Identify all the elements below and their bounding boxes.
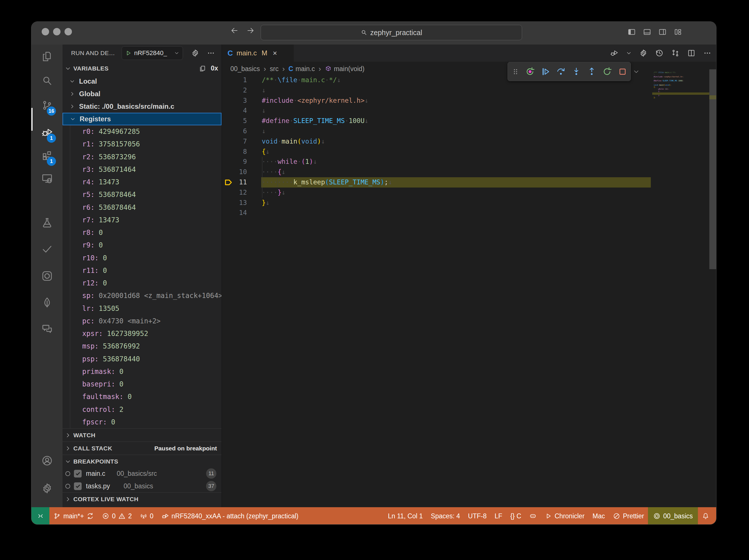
hex-format-toggle[interactable]: 0x [211,65,218,72]
activity-item-explorer[interactable] [31,43,63,70]
status-platform[interactable]: Mac [588,507,609,524]
sidebar-more-actions-button[interactable] [207,49,215,57]
debug-run-button[interactable] [610,49,619,57]
close-tab-button[interactable]: × [273,49,277,58]
scrollbar-thumb[interactable] [709,69,716,269]
register-row-faultmask[interactable]: faultmask: 0 [63,390,221,403]
register-row-msp[interactable]: msp: 536876992 [63,340,221,352]
status-debug-session[interactable]: nRF52840_xxAA - attach (zephyr_practical… [157,507,303,524]
layout-right-button[interactable] [658,28,667,36]
minimize-window-button[interactable] [53,28,61,36]
register-row-r11[interactable]: r11: 0 [63,264,221,277]
status-problems[interactable]: 02 [98,507,136,524]
gear-button[interactable] [639,49,648,57]
activity-item-nrf-connect[interactable] [31,263,63,289]
navigate-forward-button[interactable] [246,26,255,35]
compare-button[interactable] [671,49,680,57]
register-row-fpscr[interactable]: fpscr: 0 [63,416,221,428]
breakpoint-checkbox[interactable] [74,470,82,477]
history-button[interactable] [655,49,664,57]
code-line-10[interactable]: ····{↓ [262,167,285,177]
activity-item-accounts[interactable] [31,448,63,474]
line-number-8[interactable]: 8 [222,147,247,157]
register-row-r9[interactable]: r9: 0 [63,239,221,252]
register-row-xpsr[interactable]: xpsr: 1627389952 [63,327,221,340]
register-row-r6[interactable]: r6: 536878464 [63,201,221,214]
activity-item-search[interactable] [31,68,63,94]
cortex-live-watch-pane-header[interactable]: CORTEX LIVE WATCH [63,492,221,505]
status-git-branch[interactable]: main*+ [49,507,98,524]
line-number-4[interactable]: 4 [222,106,247,116]
code-line-11[interactable]: ········k_msleep(SLEEP_TIME_MS);↓ [262,177,392,188]
line-number-5[interactable]: 5 [222,116,247,126]
step-out-button[interactable] [586,66,597,77]
activity-item-source-control[interactable]: 16 [31,92,63,119]
register-row-primask[interactable]: primask: 0 [63,365,221,378]
line-number-6[interactable]: 6 [222,126,247,136]
status-prettier[interactable]: Prettier [609,507,648,524]
status-indentation[interactable]: Spaces: 4 [427,507,464,524]
split-button[interactable] [687,49,696,57]
register-row-basepri[interactable]: basepri: 0 [63,378,221,390]
activity-item-extensions[interactable]: 1 [31,143,63,169]
line-number-3[interactable]: 3 [222,95,247,106]
variables-scope-global[interactable]: Global [63,88,221,100]
activity-item-remote-explorer[interactable] [31,165,63,192]
register-row-r5[interactable]: r5: 536878464 [63,188,221,201]
more-sessions-button[interactable] [633,68,640,75]
breadcrumb-item-main-c[interactable]: Cmain.c [288,65,315,73]
variables-scope-static[interactable]: Static: ./00_basics/src/main.c [63,100,221,113]
code-line-9[interactable]: ····while·(1)↓ [262,157,317,167]
command-center-search[interactable]: zephyr_practical [261,25,522,40]
status-remote-indicator[interactable] [31,507,49,524]
register-row-r8[interactable]: r8: 0 [63,227,221,239]
code-line-7[interactable]: void·main(void)↓ [262,136,325,147]
activity-item-comments[interactable] [31,316,63,342]
status-cursor-position[interactable]: Ln 11, Col 1 [384,507,427,524]
code-line-8[interactable]: {↓ [262,147,270,157]
step-into-button[interactable] [571,66,581,77]
restart-button[interactable] [602,66,612,77]
watch-pane-header[interactable]: WATCH [63,428,221,441]
status-chronicler[interactable]: Chronicler [541,507,588,524]
line-number-2[interactable]: 2 [222,85,247,95]
editor-scrollbar[interactable] [709,45,716,507]
call-stack-pane-header[interactable]: CALL STACK Paused on breakpoint [63,441,221,455]
tab-main-c[interactable]: C main.c M × [222,45,294,62]
line-number-7[interactable]: 7 [222,136,247,147]
register-row-r10[interactable]: r10: 0 [63,252,221,264]
register-row-r7[interactable]: r7: 13473 [63,214,221,227]
step-over-button[interactable] [556,66,566,77]
activity-item-testing[interactable] [31,210,63,236]
breakpoint-checkbox[interactable] [74,482,82,490]
code-line-1[interactable]: /**·\file·main.c·*/↓ [262,75,341,85]
register-row-r2[interactable]: r2: 536873296 [63,151,221,163]
code-line-13[interactable]: }↓ [262,198,270,208]
zoom-window-button[interactable] [65,28,72,36]
activity-item-tasks[interactable] [31,236,63,262]
line-number-1[interactable]: 1 [222,75,247,85]
breakpoint-row-tasks.py[interactable]: tasks.py00_basics37 [63,480,221,492]
activity-item-mongodb[interactable] [31,289,63,316]
activity-item-settings[interactable] [31,475,63,501]
register-row-sp[interactable]: sp: 0x20001d68 <z_main_stack+1064> [63,289,221,302]
code-line-12[interactable]: ····}↓ [262,188,285,198]
register-row-r0[interactable]: r0: 4294967285 [63,125,221,138]
status-copilot[interactable] [525,507,541,524]
register-row-lr[interactable]: lr: 13505 [63,302,221,315]
breadcrumb-item-00-basics[interactable]: 00_basics [230,65,260,73]
variables-pane-header[interactable]: VARIABLES 0x [63,62,221,75]
layout-left-button[interactable] [627,28,636,36]
code-line-4[interactable]: ↓ [262,106,266,116]
code-line-6[interactable]: ↓ [262,126,266,136]
layout-custom-button[interactable] [673,28,682,36]
line-number-13[interactable]: 13 [222,198,247,208]
register-row-r12[interactable]: r12: 0 [63,277,221,289]
launch-config-dropdown[interactable]: nRF52840_ [122,46,183,60]
line-number-9[interactable]: 9 [222,157,247,167]
status-nrf-kit[interactable]: 00_basics [648,507,698,524]
debug-settings-gear-button[interactable] [191,49,199,57]
continue-button[interactable] [540,66,551,77]
breadcrumb-item-main-void-[interactable]: main(void) [325,65,364,73]
register-row-control[interactable]: control: 2 [63,403,221,416]
